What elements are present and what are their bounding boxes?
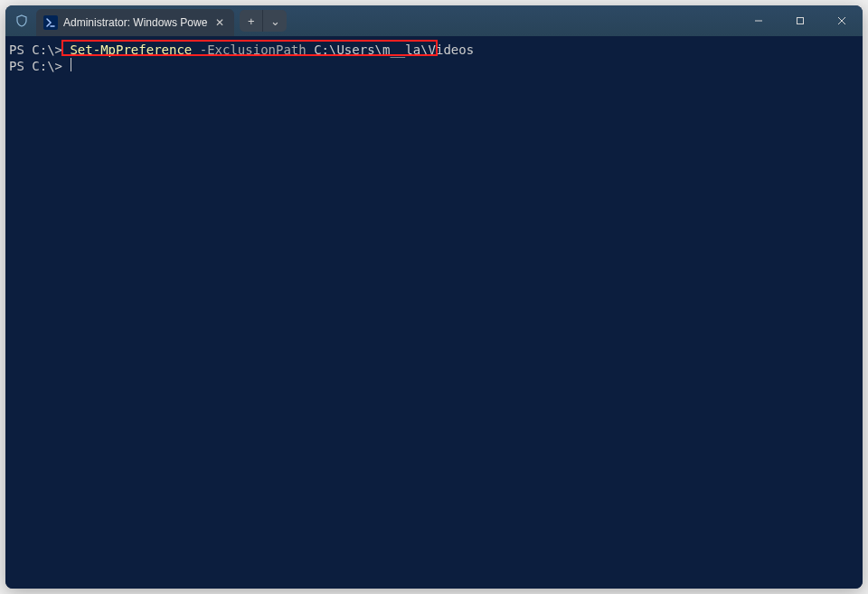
terminal-line: PS C:\> Set-MpPreference -ExclusionPath … bbox=[9, 42, 859, 58]
minimize-button[interactable] bbox=[738, 5, 779, 36]
powershell-icon bbox=[43, 15, 58, 30]
window-controls bbox=[738, 5, 863, 36]
terminal-line: PS C:\> bbox=[9, 58, 859, 74]
active-tab[interactable]: Administrator: Windows Powe ✕ bbox=[36, 9, 234, 36]
tab-title: Administrator: Windows Powe bbox=[63, 16, 207, 29]
cmdlet-text: Set-MpPreference bbox=[70, 42, 192, 58]
prompt-text: PS C:\> bbox=[9, 58, 70, 74]
terminal-body[interactable]: PS C:\> Set-MpPreference -ExclusionPath … bbox=[5, 36, 863, 589]
shield-icon bbox=[14, 14, 29, 28]
param-text: -ExclusionPath bbox=[192, 42, 314, 58]
maximize-button[interactable] bbox=[779, 5, 821, 36]
close-button[interactable] bbox=[821, 5, 863, 36]
tab-actions: + ⌄ bbox=[240, 10, 287, 32]
tab-close-button[interactable]: ✕ bbox=[212, 15, 227, 30]
tab-dropdown-button[interactable]: ⌄ bbox=[263, 10, 287, 32]
titlebar: Administrator: Windows Powe ✕ + ⌄ bbox=[5, 5, 863, 36]
prompt-text: PS C:\> bbox=[9, 42, 70, 58]
new-tab-button[interactable]: + bbox=[240, 10, 263, 32]
arg-text: C:\Users\m__la\Videos bbox=[314, 42, 474, 58]
cursor bbox=[71, 58, 71, 71]
svg-rect-0 bbox=[797, 18, 804, 24]
terminal-window: Administrator: Windows Powe ✕ + ⌄ PS C:\… bbox=[5, 5, 863, 589]
